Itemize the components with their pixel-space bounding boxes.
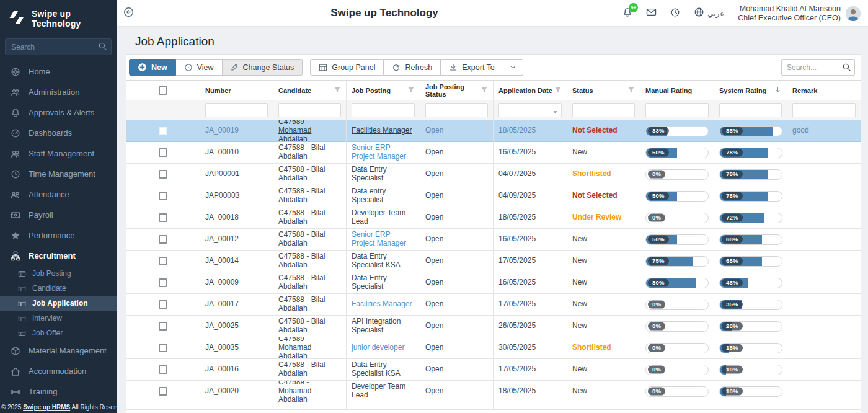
filter-icon[interactable]: [334, 86, 341, 95]
table-row[interactable]: JA_00009C47588 - Bilal AbdallahData Entr…: [126, 272, 861, 294]
filter-input-manual_rating[interactable]: [645, 103, 709, 117]
sidebar-item-training[interactable]: Training: [0, 381, 117, 401]
job-posting-link[interactable]: Developer Team Lead: [352, 383, 415, 400]
job-posting-link[interactable]: Developer Team Lead: [352, 209, 415, 226]
sidebar-item-job-offer[interactable]: Job Offer: [0, 326, 117, 340]
filter-input-job_posting[interactable]: [352, 103, 415, 117]
job-posting-link[interactable]: API Integration Specialist: [352, 318, 415, 335]
row-checkbox[interactable]: [159, 192, 167, 200]
change-status-button[interactable]: Change Status: [223, 59, 303, 76]
filter-input-status[interactable]: [572, 103, 635, 117]
hrms-link[interactable]: Swipe up HRMS: [23, 404, 70, 411]
export-to-button[interactable]: Export To: [441, 59, 503, 76]
table-row[interactable]: JA_00012C47588 - Bilal AbdallahSenior ER…: [126, 229, 861, 251]
candidate-link[interactable]: C47588 - Bilal Abdallah: [278, 187, 341, 205]
table-row[interactable]: JA_00010C47588 - Bilal AbdallahSenior ER…: [126, 142, 861, 164]
job-posting-link[interactable]: Data Entry Specialist KSA: [352, 252, 415, 270]
sidebar-item-candidate[interactable]: Candidate: [0, 281, 117, 296]
candidate-link[interactable]: C47588 - Bilal Abdallah: [278, 361, 341, 378]
sidebar-item-dashboards[interactable]: Dashboards: [0, 123, 117, 143]
sidebar-item-staff-management[interactable]: Staff Management: [0, 143, 117, 164]
table-row[interactable]: JAP00003C47588 - Bilal AbdallahData entr…: [126, 185, 861, 207]
candidate-link[interactable]: C47588 - Bilal Abdallah: [278, 144, 341, 161]
table-row[interactable]: JA_00020C47589 - Mohamad AbdallahDevelop…: [126, 381, 861, 402]
column-header-candidate[interactable]: Candidate: [273, 81, 347, 100]
collapse-sidebar-icon[interactable]: [123, 7, 134, 20]
table-row[interactable]: JA_00017C47588 - Bilal AbdallahFacilitie…: [126, 294, 861, 316]
view-button[interactable]: View: [176, 59, 223, 76]
user-menu[interactable]: Mohamad Khalid Al-Mansoori Chief Executi…: [738, 4, 861, 23]
new-button[interactable]: New: [129, 59, 176, 76]
sidebar-item-material-management[interactable]: Material Management: [0, 340, 117, 361]
table-row[interactable]: JAP00001C47588 - Bilal AbdallahData Entr…: [126, 164, 861, 185]
sidebar-item-administration[interactable]: Administration: [0, 82, 117, 102]
select-all-checkbox[interactable]: [159, 86, 167, 95]
row-checkbox[interactable]: [159, 127, 167, 135]
candidate-link[interactable]: C47589 - Mohamad Abdallah: [278, 337, 341, 359]
sidebar-item-interview[interactable]: Interview: [0, 311, 117, 326]
table-row[interactable]: JA_00016C47588 - Bilal AbdallahData Entr…: [126, 359, 861, 381]
column-header-system_rating[interactable]: System Rating: [714, 81, 787, 100]
sidebar-item-attendance[interactable]: Attendance: [0, 184, 117, 205]
language-switcher[interactable]: عربي: [694, 7, 724, 20]
column-header-number[interactable]: Number: [200, 81, 273, 100]
refresh-button[interactable]: Refresh: [384, 59, 441, 76]
sidebar-item-approvals-alerts[interactable]: Approvals & Alerts: [0, 102, 117, 123]
sidebar-item-accommodation[interactable]: Accommodation: [0, 361, 117, 381]
filter-input-remark[interactable]: [792, 103, 856, 117]
messages-mail-icon[interactable]: [646, 7, 657, 20]
column-header-job_posting_status[interactable]: Job Posting Status: [420, 81, 494, 100]
group-panel-button[interactable]: Group Panel: [310, 59, 384, 76]
sidebar-item-job-application[interactable]: Job Application: [0, 296, 117, 311]
row-checkbox[interactable]: [159, 365, 167, 374]
sidebar-item-job-posting[interactable]: Job Posting: [0, 266, 117, 281]
candidate-link[interactable]: C47588 - Bilal Abdallah: [278, 252, 341, 270]
row-checkbox[interactable]: [159, 170, 167, 179]
brand[interactable]: Swipe up Technology: [0, 0, 117, 36]
candidate-link[interactable]: C47588 - Bilal Abdallah: [278, 296, 341, 313]
column-header-remark[interactable]: Remark: [787, 81, 861, 100]
job-posting-link[interactable]: Data Entry Specialist: [352, 274, 415, 291]
filter-icon[interactable]: [407, 86, 415, 95]
job-posting-link[interactable]: Senior ERP Project Manager: [352, 144, 415, 161]
row-checkbox[interactable]: [159, 148, 167, 157]
sort-desc-icon[interactable]: [774, 86, 782, 95]
filter-icon[interactable]: [627, 86, 635, 95]
job-posting-link[interactable]: Facilities Manager: [352, 300, 412, 309]
candidate-link[interactable]: C47588 - Bilal Abdallah: [278, 231, 341, 248]
filter-input-number[interactable]: [205, 103, 268, 117]
column-header-job_posting[interactable]: Job Posting: [347, 81, 420, 100]
row-checkbox[interactable]: [159, 387, 167, 396]
column-header-manual_rating[interactable]: Manual Rating: [640, 81, 714, 100]
sidebar-item-home[interactable]: Home: [0, 61, 117, 82]
filter-input-system_rating[interactable]: [719, 103, 782, 117]
row-checkbox[interactable]: [159, 322, 167, 331]
column-header-status[interactable]: Status: [567, 81, 640, 100]
sidebar-item-time-management[interactable]: Time Management: [0, 164, 117, 184]
column-header-application_date[interactable]: Application Date: [494, 81, 567, 100]
row-checkbox[interactable]: [159, 235, 167, 244]
row-checkbox[interactable]: [159, 213, 167, 222]
candidate-link[interactable]: C47588 - Bilal Abdallah: [278, 274, 341, 291]
job-posting-link[interactable]: Data Entry Specialist: [352, 166, 415, 183]
export-options-button[interactable]: [503, 59, 523, 76]
job-posting-link[interactable]: junior developer: [352, 344, 404, 352]
table-row[interactable]: JA_00025C47588 - Bilal AbdallahAPI Integ…: [126, 316, 861, 337]
job-posting-link[interactable]: Data entry Specialist: [352, 187, 415, 205]
table-row[interactable]: JA_00018C47588 - Bilal AbdallahDeveloper…: [126, 207, 861, 229]
filter-icon[interactable]: [480, 86, 488, 95]
candidate-link[interactable]: C47589 - Mohamad Abdallah: [278, 381, 341, 402]
table-row[interactable]: JA_00035C47589 - Mohamad Abdallahjunior …: [126, 337, 861, 359]
sidebar-item-performance[interactable]: Performance: [0, 225, 117, 246]
notifications-bell-icon[interactable]: 9+: [622, 7, 632, 20]
job-posting-link[interactable]: Data Entry Specialist KSA: [352, 361, 415, 378]
candidate-link[interactable]: C47588 - Bilal Abdallah: [278, 318, 341, 335]
history-clock-icon[interactable]: [670, 7, 680, 20]
sidebar-search-input[interactable]: [5, 38, 112, 55]
row-checkbox[interactable]: [159, 300, 167, 309]
candidate-link[interactable]: C47589 - Mohamad Abdallah: [278, 120, 341, 142]
filter-input-candidate[interactable]: [278, 103, 341, 117]
caret-down-icon[interactable]: [552, 107, 559, 118]
filter-input-job_posting_status[interactable]: [425, 103, 488, 117]
sidebar-item-payroll[interactable]: Payroll: [0, 205, 117, 225]
